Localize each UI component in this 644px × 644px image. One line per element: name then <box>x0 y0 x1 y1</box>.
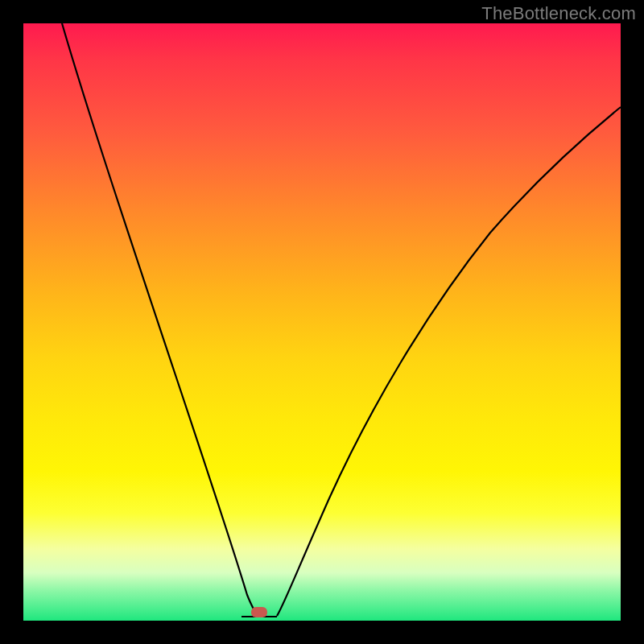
watermark-text: TheBottleneck.com <box>481 3 636 24</box>
chart-frame: TheBottleneck.com <box>0 0 644 644</box>
optimum-marker <box>251 607 267 617</box>
curve-left-branch <box>62 23 259 616</box>
bottleneck-curve <box>23 23 621 621</box>
plot-area <box>23 23 621 621</box>
curve-right-branch <box>277 107 621 616</box>
